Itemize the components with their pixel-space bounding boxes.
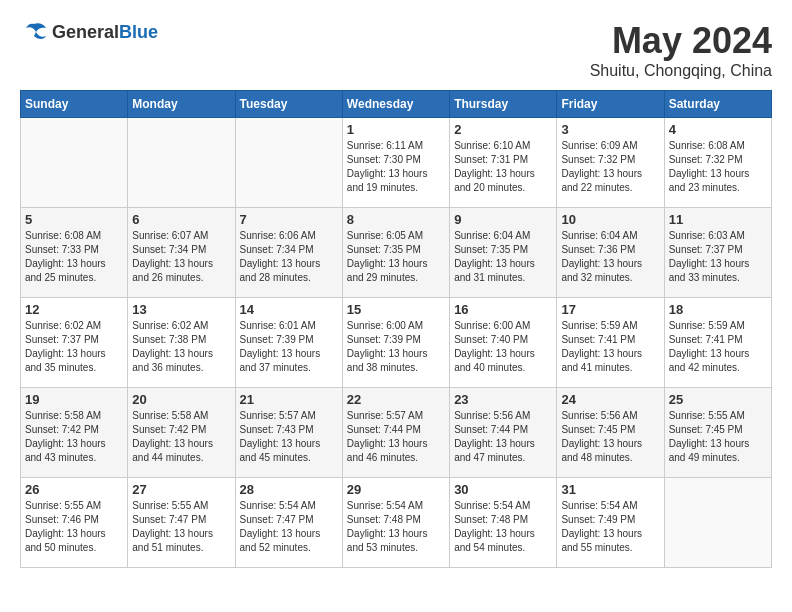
day-number: 23 xyxy=(454,392,552,407)
day-number: 1 xyxy=(347,122,445,137)
title-block: May 2024 Shuitu, Chongqing, China xyxy=(590,20,772,80)
day-number: 25 xyxy=(669,392,767,407)
day-number: 22 xyxy=(347,392,445,407)
calendar-cell: 17Sunrise: 5:59 AM Sunset: 7:41 PM Dayli… xyxy=(557,298,664,388)
calendar-header: Sunday Monday Tuesday Wednesday Thursday… xyxy=(21,91,772,118)
col-wednesday: Wednesday xyxy=(342,91,449,118)
day-number: 28 xyxy=(240,482,338,497)
calendar-cell: 20Sunrise: 5:58 AM Sunset: 7:42 PM Dayli… xyxy=(128,388,235,478)
calendar-cell: 8Sunrise: 6:05 AM Sunset: 7:35 PM Daylig… xyxy=(342,208,449,298)
logo-icon xyxy=(20,20,48,44)
logo-general: General xyxy=(52,22,119,42)
day-info: Sunrise: 6:00 AM Sunset: 7:40 PM Dayligh… xyxy=(454,319,552,375)
day-number: 2 xyxy=(454,122,552,137)
day-number: 30 xyxy=(454,482,552,497)
day-info: Sunrise: 6:03 AM Sunset: 7:37 PM Dayligh… xyxy=(669,229,767,285)
calendar-table: Sunday Monday Tuesday Wednesday Thursday… xyxy=(20,90,772,568)
calendar-cell: 16Sunrise: 6:00 AM Sunset: 7:40 PM Dayli… xyxy=(450,298,557,388)
day-info: Sunrise: 6:02 AM Sunset: 7:38 PM Dayligh… xyxy=(132,319,230,375)
day-info: Sunrise: 5:57 AM Sunset: 7:43 PM Dayligh… xyxy=(240,409,338,465)
calendar-cell: 12Sunrise: 6:02 AM Sunset: 7:37 PM Dayli… xyxy=(21,298,128,388)
calendar-cell: 26Sunrise: 5:55 AM Sunset: 7:46 PM Dayli… xyxy=(21,478,128,568)
col-saturday: Saturday xyxy=(664,91,771,118)
day-number: 19 xyxy=(25,392,123,407)
day-info: Sunrise: 5:54 AM Sunset: 7:49 PM Dayligh… xyxy=(561,499,659,555)
calendar-cell: 10Sunrise: 6:04 AM Sunset: 7:36 PM Dayli… xyxy=(557,208,664,298)
day-number: 14 xyxy=(240,302,338,317)
day-number: 17 xyxy=(561,302,659,317)
day-info: Sunrise: 6:10 AM Sunset: 7:31 PM Dayligh… xyxy=(454,139,552,195)
calendar-cell: 19Sunrise: 5:58 AM Sunset: 7:42 PM Dayli… xyxy=(21,388,128,478)
day-info: Sunrise: 5:55 AM Sunset: 7:46 PM Dayligh… xyxy=(25,499,123,555)
calendar-cell: 25Sunrise: 5:55 AM Sunset: 7:45 PM Dayli… xyxy=(664,388,771,478)
day-info: Sunrise: 5:59 AM Sunset: 7:41 PM Dayligh… xyxy=(669,319,767,375)
day-number: 7 xyxy=(240,212,338,227)
page-header: GeneralBlue May 2024 Shuitu, Chongqing, … xyxy=(20,20,772,80)
day-number: 12 xyxy=(25,302,123,317)
day-number: 3 xyxy=(561,122,659,137)
day-info: Sunrise: 5:54 AM Sunset: 7:48 PM Dayligh… xyxy=(454,499,552,555)
calendar-cell: 14Sunrise: 6:01 AM Sunset: 7:39 PM Dayli… xyxy=(235,298,342,388)
day-info: Sunrise: 5:54 AM Sunset: 7:47 PM Dayligh… xyxy=(240,499,338,555)
calendar-cell: 2Sunrise: 6:10 AM Sunset: 7:31 PM Daylig… xyxy=(450,118,557,208)
day-number: 11 xyxy=(669,212,767,227)
calendar-cell: 4Sunrise: 6:08 AM Sunset: 7:32 PM Daylig… xyxy=(664,118,771,208)
day-info: Sunrise: 5:57 AM Sunset: 7:44 PM Dayligh… xyxy=(347,409,445,465)
col-thursday: Thursday xyxy=(450,91,557,118)
day-number: 15 xyxy=(347,302,445,317)
day-info: Sunrise: 6:04 AM Sunset: 7:35 PM Dayligh… xyxy=(454,229,552,285)
day-info: Sunrise: 6:01 AM Sunset: 7:39 PM Dayligh… xyxy=(240,319,338,375)
calendar-cell: 30Sunrise: 5:54 AM Sunset: 7:48 PM Dayli… xyxy=(450,478,557,568)
calendar-body: 1Sunrise: 6:11 AM Sunset: 7:30 PM Daylig… xyxy=(21,118,772,568)
day-info: Sunrise: 5:58 AM Sunset: 7:42 PM Dayligh… xyxy=(132,409,230,465)
col-sunday: Sunday xyxy=(21,91,128,118)
day-number: 4 xyxy=(669,122,767,137)
day-info: Sunrise: 5:55 AM Sunset: 7:47 PM Dayligh… xyxy=(132,499,230,555)
calendar-cell: 24Sunrise: 5:56 AM Sunset: 7:45 PM Dayli… xyxy=(557,388,664,478)
calendar-cell: 18Sunrise: 5:59 AM Sunset: 7:41 PM Dayli… xyxy=(664,298,771,388)
calendar-cell: 1Sunrise: 6:11 AM Sunset: 7:30 PM Daylig… xyxy=(342,118,449,208)
col-tuesday: Tuesday xyxy=(235,91,342,118)
logo-blue: Blue xyxy=(119,22,158,42)
location: Shuitu, Chongqing, China xyxy=(590,62,772,80)
day-number: 16 xyxy=(454,302,552,317)
col-friday: Friday xyxy=(557,91,664,118)
day-info: Sunrise: 6:09 AM Sunset: 7:32 PM Dayligh… xyxy=(561,139,659,195)
day-info: Sunrise: 6:11 AM Sunset: 7:30 PM Dayligh… xyxy=(347,139,445,195)
calendar-cell: 6Sunrise: 6:07 AM Sunset: 7:34 PM Daylig… xyxy=(128,208,235,298)
day-number: 6 xyxy=(132,212,230,227)
day-number: 29 xyxy=(347,482,445,497)
calendar-cell xyxy=(235,118,342,208)
calendar-cell xyxy=(664,478,771,568)
day-info: Sunrise: 5:56 AM Sunset: 7:45 PM Dayligh… xyxy=(561,409,659,465)
day-number: 13 xyxy=(132,302,230,317)
logo: GeneralBlue xyxy=(20,20,158,44)
day-info: Sunrise: 6:06 AM Sunset: 7:34 PM Dayligh… xyxy=(240,229,338,285)
day-info: Sunrise: 6:02 AM Sunset: 7:37 PM Dayligh… xyxy=(25,319,123,375)
day-info: Sunrise: 6:05 AM Sunset: 7:35 PM Dayligh… xyxy=(347,229,445,285)
day-info: Sunrise: 6:00 AM Sunset: 7:39 PM Dayligh… xyxy=(347,319,445,375)
calendar-cell: 22Sunrise: 5:57 AM Sunset: 7:44 PM Dayli… xyxy=(342,388,449,478)
day-info: Sunrise: 5:59 AM Sunset: 7:41 PM Dayligh… xyxy=(561,319,659,375)
calendar-cell: 28Sunrise: 5:54 AM Sunset: 7:47 PM Dayli… xyxy=(235,478,342,568)
calendar-week-2: 5Sunrise: 6:08 AM Sunset: 7:33 PM Daylig… xyxy=(21,208,772,298)
calendar-cell: 23Sunrise: 5:56 AM Sunset: 7:44 PM Dayli… xyxy=(450,388,557,478)
calendar-cell: 11Sunrise: 6:03 AM Sunset: 7:37 PM Dayli… xyxy=(664,208,771,298)
day-number: 20 xyxy=(132,392,230,407)
calendar-cell: 3Sunrise: 6:09 AM Sunset: 7:32 PM Daylig… xyxy=(557,118,664,208)
day-info: Sunrise: 6:08 AM Sunset: 7:33 PM Dayligh… xyxy=(25,229,123,285)
day-info: Sunrise: 6:07 AM Sunset: 7:34 PM Dayligh… xyxy=(132,229,230,285)
calendar-week-4: 19Sunrise: 5:58 AM Sunset: 7:42 PM Dayli… xyxy=(21,388,772,478)
calendar-cell: 21Sunrise: 5:57 AM Sunset: 7:43 PM Dayli… xyxy=(235,388,342,478)
calendar-week-3: 12Sunrise: 6:02 AM Sunset: 7:37 PM Dayli… xyxy=(21,298,772,388)
day-number: 26 xyxy=(25,482,123,497)
col-monday: Monday xyxy=(128,91,235,118)
calendar-week-5: 26Sunrise: 5:55 AM Sunset: 7:46 PM Dayli… xyxy=(21,478,772,568)
calendar-cell: 9Sunrise: 6:04 AM Sunset: 7:35 PM Daylig… xyxy=(450,208,557,298)
logo-text: GeneralBlue xyxy=(52,22,158,43)
header-row: Sunday Monday Tuesday Wednesday Thursday… xyxy=(21,91,772,118)
day-number: 9 xyxy=(454,212,552,227)
day-number: 5 xyxy=(25,212,123,227)
calendar-cell: 13Sunrise: 6:02 AM Sunset: 7:38 PM Dayli… xyxy=(128,298,235,388)
day-info: Sunrise: 5:54 AM Sunset: 7:48 PM Dayligh… xyxy=(347,499,445,555)
